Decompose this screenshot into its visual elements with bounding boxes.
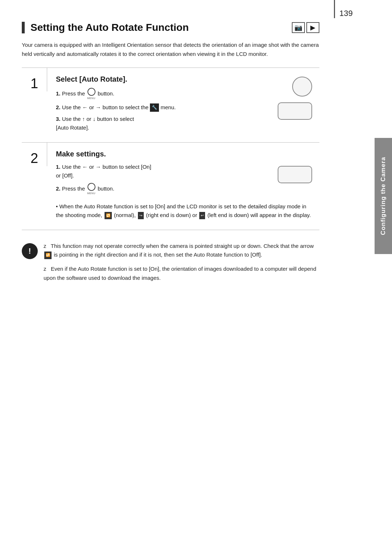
- step-1-with-image: Select [Auto Rotate]. 1. Press the MENU …: [56, 75, 312, 135]
- main-content: Setting the Auto Rotate Function 📷 ▶ You…: [0, 0, 356, 306]
- step-2-with-image: Make settings. 1. Use the ← or → button …: [56, 150, 312, 198]
- note-section: ! This function may not operate correctl…: [22, 233, 319, 288]
- warning-icon: !: [22, 243, 38, 259]
- step-2-heading: Make settings.: [56, 150, 259, 158]
- tool-menu-icon: 🔧: [150, 103, 159, 112]
- button-image-rounded-2: [278, 166, 312, 183]
- step-2-images: [265, 150, 312, 183]
- step-1-heading: Select [Auto Rotate].: [56, 75, 259, 83]
- warning-icon-inner: !: [28, 246, 31, 256]
- step-1-number: 1: [22, 68, 47, 91]
- step-1-content: Select [Auto Rotate]. 1. Press the MENU …: [47, 68, 319, 143]
- note-content: This function may not operate correctly …: [44, 242, 319, 288]
- side-tab: Configuring the Camera: [375, 138, 392, 254]
- steps-container: 1 Select [Auto Rotate]. 1. Press the MEN…: [22, 68, 319, 230]
- page-number-section: 139: [334, 0, 392, 18]
- warning-item-2: Even if the Auto Rotate function is set …: [44, 265, 319, 283]
- step-2-item-2: 2. Press the MENU button.: [56, 183, 259, 195]
- side-tab-label: Configuring the Camera: [380, 157, 387, 235]
- playback-icon: ▶: [306, 22, 319, 33]
- intro-text: Your camera is equipped with an Intellig…: [22, 41, 319, 59]
- button-image-rounded-1: [278, 102, 312, 120]
- orient-icon-normal: 🔁: [105, 212, 112, 219]
- menu-button-inline-2: MENU: [87, 183, 95, 195]
- step-2-row: 2 Make settings. 1. Use the ← or → butto…: [22, 143, 319, 230]
- menu-button-inline-1: MENU: [87, 88, 95, 100]
- step-1-images: [265, 75, 312, 120]
- warning-item-1: This function may not operate correctly …: [44, 242, 319, 260]
- arrow-orient-icon: 🔁: [44, 252, 52, 259]
- step-2-content: Make settings. 1. Use the ← or → button …: [47, 143, 319, 229]
- step-1-item-3: 3. Use the ↑ or ↓ button to select [Auto…: [56, 115, 259, 132]
- button-image-circle-1: [292, 77, 312, 97]
- step-2-item-1: 1. Use the ← or → button to select [On] …: [56, 163, 259, 180]
- header-icons: 📷 ▶: [292, 22, 319, 33]
- page-number: 139: [335, 6, 353, 18]
- step-1-row: 1 Select [Auto Rotate]. 1. Press the MEN…: [22, 68, 319, 143]
- step-2-number: 2: [22, 143, 47, 166]
- camera-icon: 📷: [292, 22, 305, 33]
- orient-icon-right: ↪: [138, 212, 144, 219]
- page-container: 139 Configuring the Camera Setting the A…: [0, 0, 392, 552]
- step-1-text-block: Select [Auto Rotate]. 1. Press the MENU …: [56, 75, 259, 135]
- step-2-text-block: Make settings. 1. Use the ← or → button …: [56, 150, 259, 198]
- page-title: Setting the Auto Rotate Function: [30, 22, 189, 33]
- orient-icon-left: ↩: [199, 212, 205, 219]
- step-1-item-1: 1. Press the MENU button.: [56, 88, 259, 100]
- step-1-item-2: 2. Use the ← or → button to select the 🔧…: [56, 103, 259, 112]
- step-2-note: • When the Auto Rotate function is set t…: [56, 202, 312, 220]
- section-header: Setting the Auto Rotate Function 📷 ▶: [22, 22, 319, 33]
